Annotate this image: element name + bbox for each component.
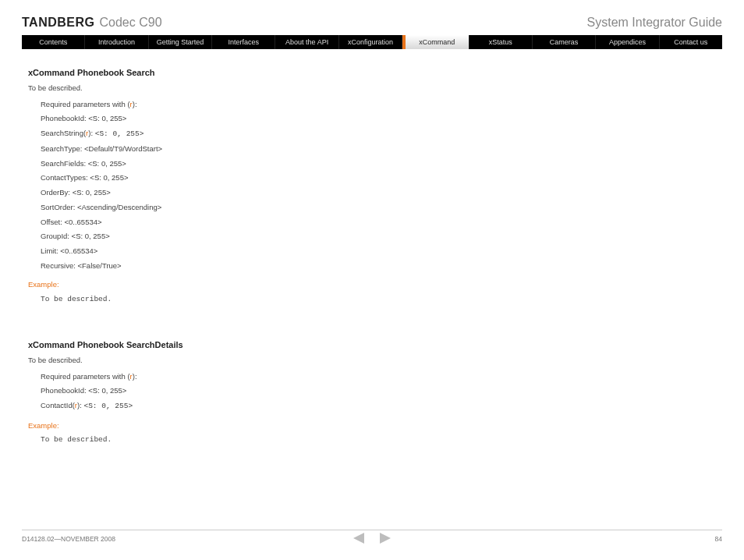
section-phonebook-searchdetails: xCommand Phonebook SearchDetails To be d… bbox=[28, 338, 716, 446]
required-params-label: Required parameters with (r): bbox=[41, 99, 716, 111]
command-title: xCommand Phonebook SearchDetails bbox=[28, 338, 716, 352]
brand-name: TANDBERG bbox=[22, 16, 94, 30]
param-line: Limit: <0..65534> bbox=[41, 246, 716, 257]
param-line: SearchFields: <S: 0, 255> bbox=[41, 158, 716, 170]
footer-docid: D14128.02—NOVEMBER 2008 bbox=[22, 535, 115, 543]
example-label: Example: bbox=[28, 420, 716, 432]
param-line: ContactTypes: <S: 0, 255> bbox=[41, 172, 716, 184]
page-footer: D14128.02—NOVEMBER 2008 84 bbox=[22, 530, 722, 543]
product-name: Codec C90 bbox=[99, 16, 161, 30]
param-line: PhonebookId: <S: 0, 255> bbox=[41, 385, 716, 397]
footer-pagenum: 84 bbox=[715, 535, 722, 543]
params-block: Required parameters with (r): PhonebookI… bbox=[28, 94, 716, 272]
param-line: SearchType: <Default/T9/WordStart> bbox=[41, 144, 716, 155]
param-line: ContactId(r): <S: 0, 255> bbox=[41, 400, 716, 413]
page-header: TANDBERG Codec C90 System Integrator Gui… bbox=[22, 0, 722, 35]
nav-item-about-the-api[interactable]: About the API bbox=[275, 35, 338, 49]
footer-pager bbox=[353, 533, 391, 545]
param-line: PhonebookId: <S: 0, 255> bbox=[41, 113, 716, 125]
nav-item-contents[interactable]: Contents bbox=[22, 35, 85, 49]
param-line: Recursive: <False/True> bbox=[41, 261, 716, 272]
next-page-icon[interactable] bbox=[377, 533, 391, 545]
nav-item-interfaces[interactable]: Interfaces bbox=[212, 35, 275, 49]
nav-item-getting-started[interactable]: Getting Started bbox=[149, 35, 212, 49]
guide-title: System Integrator Guide bbox=[587, 16, 722, 30]
nav-item-xconfiguration[interactable]: xConfiguration bbox=[339, 35, 402, 49]
param-line: GroupId: <S: 0, 255> bbox=[41, 231, 716, 243]
example-label: Example: bbox=[28, 279, 716, 291]
command-desc: To be described. bbox=[28, 83, 716, 94]
brand-block: TANDBERG Codec C90 bbox=[22, 16, 162, 30]
section-phonebook-search: xCommand Phonebook Search To be describe… bbox=[28, 66, 716, 306]
nav-item-contact-us[interactable]: Contact us bbox=[660, 35, 722, 49]
prev-page-icon[interactable] bbox=[353, 533, 367, 545]
nav-item-introduction[interactable]: Introduction bbox=[85, 35, 148, 49]
example-body: To be described. bbox=[28, 434, 716, 446]
param-line: Offset: <0..65534> bbox=[41, 217, 716, 229]
required-params-label: Required parameters with (r): bbox=[41, 371, 716, 383]
nav-item-appendices[interactable]: Appendices bbox=[596, 35, 659, 49]
nav-item-xcommand[interactable]: xCommand bbox=[406, 35, 469, 49]
page-content: xCommand Phonebook Search To be describe… bbox=[22, 49, 722, 446]
top-navbar: ContentsIntroductionGetting StartedInter… bbox=[22, 35, 722, 49]
params-block: Required parameters with (r): PhonebookI… bbox=[28, 367, 716, 413]
svg-marker-0 bbox=[353, 533, 364, 544]
param-line: OrderBy: <S: 0, 255> bbox=[41, 187, 716, 199]
param-line: SearchString(r): <S: 0, 255> bbox=[41, 128, 716, 140]
nav-item-cameras[interactable]: Cameras bbox=[533, 35, 596, 49]
svg-marker-1 bbox=[380, 533, 391, 544]
example-body: To be described. bbox=[28, 294, 716, 306]
command-title: xCommand Phonebook Search bbox=[28, 66, 716, 80]
param-line: SortOrder: <Ascending/Descending> bbox=[41, 202, 716, 214]
nav-item-xstatus[interactable]: xStatus bbox=[469, 35, 533, 49]
command-desc: To be described. bbox=[28, 355, 716, 367]
